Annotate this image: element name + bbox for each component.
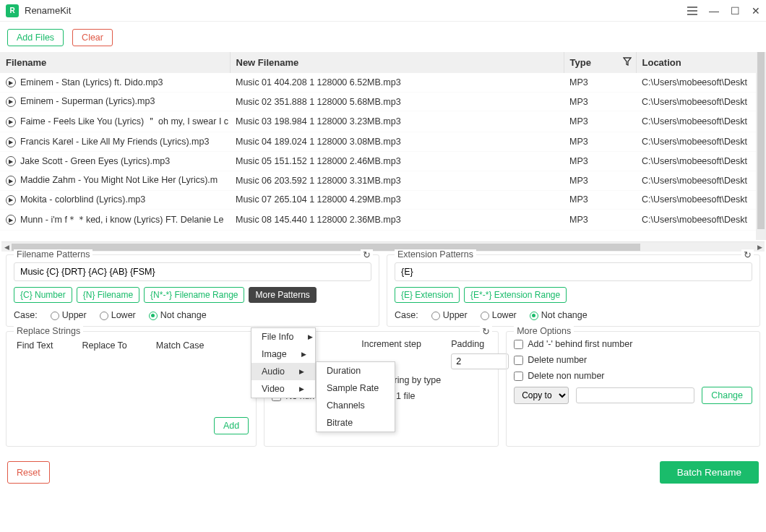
app-icon: R [6,4,19,17]
col-newname[interactable]: New Filename [230,52,564,73]
menu-bitrate[interactable]: Bitrate [317,414,395,432]
increment-label: Increment step [361,339,441,349]
audio-submenu: Duration Sample Rate Channels Bitrate [316,361,395,432]
close-icon[interactable]: ✕ [752,5,760,17]
ext-case-upper-radio[interactable]: Upper [431,310,468,320]
refresh-icon[interactable]: ↻ [480,326,492,337]
tag-filename-range[interactable]: {N*-*} Filename Range [144,287,244,303]
menu-channels[interactable]: Channels [317,397,395,414]
play-icon[interactable]: ▶ [6,97,16,107]
table-row[interactable]: ▶Eminem - Superman (Lyrics).mp3Music 02 … [0,92,766,111]
col-type[interactable]: Type [564,52,636,73]
padding-label: Padding [451,339,509,349]
replace-strings-panel: Replace Strings Find Text Replace To Mat… [6,331,257,447]
menu-file-info[interactable]: File Info▶ [251,328,315,346]
play-icon[interactable]: ▶ [6,77,16,87]
panel-title: Replace Strings [14,326,83,336]
play-icon[interactable]: ▶ [6,215,16,225]
tag-extension[interactable]: {E} Extension [395,287,460,303]
delete-non-number-check[interactable]: Delete non number [514,371,752,381]
case-upper-radio[interactable]: Upper [51,310,87,320]
ext-case-notchange-radio[interactable]: Not change [530,310,588,320]
menu-audio[interactable]: Audio▶ [251,363,315,380]
maximize-icon[interactable]: ☐ [731,5,740,17]
clear-button[interactable]: Clear [72,29,113,46]
hamburger-icon[interactable] [687,7,697,15]
panel-title: More Options [514,326,574,336]
more-patterns-menu: File Info▶ Image▶ Audio▶ Video▶ [251,327,316,398]
filename-case-row: Case: Upper Lower Not change [14,310,371,320]
col-filename[interactable]: Filename [0,52,230,73]
add-files-button[interactable]: Add Files [7,29,64,46]
extension-case-row: Case: Upper Lower Not change [395,310,752,320]
menu-duration[interactable]: Duration [317,362,395,379]
copy-to-path-input[interactable] [576,387,694,403]
play-icon[interactable]: ▶ [6,176,16,186]
case-notchange-radio[interactable]: Not change [149,310,207,320]
footer: Reset Batch Rename [0,447,766,491]
play-icon[interactable]: ▶ [6,195,16,205]
table-row[interactable]: ▶Maddie Zahm - You Might Not Like Her (L… [0,171,766,190]
extension-patterns-panel: Extension Patterns ↻ {E} Extension {E*-*… [387,254,760,327]
tag-extension-range[interactable]: {E*-*} Extension Range [464,287,567,303]
play-icon[interactable]: ▶ [6,117,16,127]
panel-title: Extension Patterns [395,249,476,259]
play-icon[interactable]: ▶ [6,137,16,147]
toolbar: Add Files Clear [0,22,766,52]
copy-to-select[interactable]: Copy to [514,387,569,404]
menu-video[interactable]: Video▶ [251,380,315,398]
more-patterns-button[interactable]: More Patterns [249,287,316,303]
menu-image[interactable]: Image▶ [251,346,315,363]
col-find-text: Find Text [17,340,53,351]
delete-number-check[interactable]: Delete number [514,355,752,365]
col-location[interactable]: Location [636,52,766,73]
filter-icon[interactable] [623,57,632,68]
more-options-panel: More Options Add '-' behind first number… [506,331,760,447]
reset-button[interactable]: Reset [7,461,50,484]
ext-case-lower-radio[interactable]: Lower [481,310,517,320]
tag-number[interactable]: {C} Number [14,287,72,303]
add-dash-check[interactable]: Add '-' behind first number [514,339,752,349]
refresh-icon[interactable]: ↻ [361,249,373,260]
add-replace-button[interactable]: Add [214,417,249,434]
refresh-icon[interactable]: ↻ [741,249,754,260]
horizontal-scrollbar[interactable]: ◀ ▶ [1,241,765,252]
minimize-icon[interactable]: — [709,5,719,17]
col-replace-to: Replace To [82,340,127,351]
titlebar: R RenameKit — ☐ ✕ [0,0,766,22]
menu-sample-rate[interactable]: Sample Rate [317,379,395,397]
filename-patterns-panel: Filename Patterns ↻ {C} Number {N} Filen… [6,254,379,327]
play-icon[interactable]: ▶ [6,156,16,166]
app-title: RenameKit [25,5,71,16]
replace-list [14,355,249,417]
panel-title: Filename Patterns [14,249,92,259]
change-button[interactable]: Change [702,387,752,404]
tag-filename[interactable]: {N} Filename [77,287,139,303]
table-row[interactable]: ▶Jake Scott - Green Eyes (Lyrics).mp3Mus… [0,152,766,171]
batch-rename-button[interactable]: Batch Rename [660,461,759,484]
table-header: Filename New Filename Type Location [0,52,766,73]
table-row[interactable]: ▶Eminem - Stan (Lyrics) ft. Dido.mp3Musi… [0,73,766,92]
col-match-case: Match Case [156,340,205,351]
case-lower-radio[interactable]: Lower [100,310,136,320]
table-row[interactable]: ▶Francis Karel - Like All My Friends (Ly… [0,132,766,152]
extension-pattern-input[interactable] [395,262,752,281]
table-row[interactable]: ▶Mokita - colorblind (Lyrics).mp3Music 0… [0,190,766,210]
table-row[interactable]: ▶Munn - i'm f＊＊ked, i know (Lyrics) FT. … [0,210,766,231]
file-table: Filename New Filename Type Location ▶Emi… [0,52,766,241]
vertical-scrollbar[interactable] [756,52,766,240]
table-row[interactable]: ▶Faime - Feels Like You (Lyrics) ＂ oh my… [0,111,766,132]
filename-pattern-input[interactable] [14,262,371,281]
padding-input[interactable] [451,353,509,369]
